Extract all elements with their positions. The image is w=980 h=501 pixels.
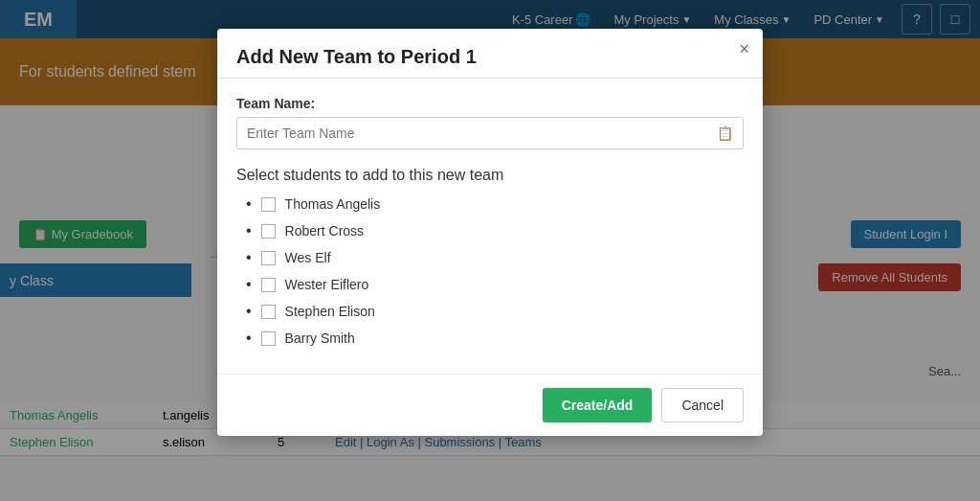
- team-name-input[interactable]: [247, 125, 717, 141]
- student-name-2: Wes Elf: [285, 250, 331, 265]
- create-add-button[interactable]: Create/Add: [543, 388, 653, 422]
- modal-footer: Create/Add Cancel: [217, 374, 763, 436]
- modal-overlay: Add New Team to Period 1 × Team Name: 📋 …: [0, 0, 980, 501]
- list-item: Wester Eiflero: [246, 276, 744, 293]
- student-checkbox-3[interactable]: [261, 278, 276, 292]
- input-icon: 📋: [717, 125, 733, 141]
- student-name-1: Robert Cross: [285, 223, 364, 239]
- list-item: Wes Elf: [246, 249, 744, 266]
- add-team-modal: Add New Team to Period 1 × Team Name: 📋 …: [217, 29, 763, 436]
- student-checkbox-1[interactable]: [261, 224, 276, 239]
- list-item: Thomas Angelis: [246, 195, 744, 213]
- team-name-field-wrapper: 📋: [236, 117, 744, 149]
- student-name-4: Stephen Elison: [285, 304, 375, 319]
- student-name-3: Wester Eiflero: [285, 277, 369, 292]
- student-selection-list: Thomas Angelis Robert Cross Wes Elf West…: [236, 195, 744, 347]
- modal-close-button[interactable]: ×: [739, 40, 749, 57]
- list-item: Robert Cross: [246, 222, 744, 239]
- list-item: Barry Smith: [246, 330, 744, 347]
- student-name-0: Thomas Angelis: [285, 196, 381, 212]
- select-students-label: Select students to add to this new team: [236, 167, 744, 184]
- cancel-button[interactable]: Cancel: [661, 388, 744, 422]
- modal-title: Add New Team to Period 1: [236, 46, 744, 68]
- student-checkbox-4[interactable]: [261, 305, 276, 319]
- student-checkbox-0[interactable]: [261, 197, 276, 212]
- student-checkbox-2[interactable]: [261, 251, 276, 265]
- modal-body: Team Name: 📋 Select students to add to t…: [217, 79, 763, 374]
- modal-header: Add New Team to Period 1 ×: [217, 29, 763, 79]
- student-checkbox-5[interactable]: [261, 331, 276, 346]
- list-item: Stephen Elison: [246, 303, 744, 320]
- student-name-5: Barry Smith: [285, 330, 355, 346]
- team-name-label: Team Name:: [236, 96, 744, 111]
